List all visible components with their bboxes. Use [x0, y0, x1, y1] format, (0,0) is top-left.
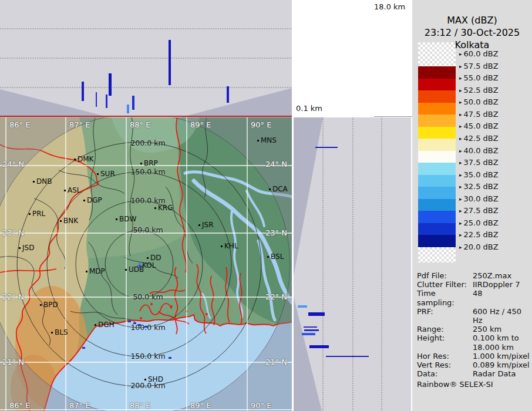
metadata-key: Range:: [417, 325, 473, 333]
metadata-row: Range:250 km: [417, 325, 531, 333]
legend-tick-label: ▸40.0 dBZ: [459, 146, 499, 156]
metadata-key: Clutter Filter:: [417, 280, 473, 289]
metadata-row: Height:0.100 km to 18.000 km: [417, 333, 531, 351]
echo-speck: [133, 322, 136, 324]
metadata-row: Pdf File:250Z.max: [417, 271, 531, 280]
legend-tick-arrow-icon: ▸: [459, 99, 462, 105]
radar-display-window: 18.0 km 0.1 km: [0, 0, 532, 411]
metadata-row: Hor Res:1.000 km/pixel: [417, 352, 531, 361]
legend-tick-arrow-icon: ▸: [459, 148, 462, 154]
legend-tick-arrow-icon: ▸: [459, 123, 462, 129]
legend-swatch-above-max: [418, 42, 456, 66]
metadata-value: 48: [473, 289, 483, 306]
legend-tick-label: ▸22.5 dBZ: [459, 230, 499, 240]
legend-swatch: [418, 90, 456, 103]
metadata-value: 250 km: [473, 325, 501, 333]
legend-tick-label: ▸52.5 dBZ: [459, 86, 499, 95]
legend-tick-label: ▸27.5 dBZ: [459, 206, 499, 215]
right-strip-top-border: [374, 116, 412, 117]
metadata-value: 1.000 km/pixel: [473, 352, 530, 361]
legend-tick-arrow-icon: ▸: [459, 220, 462, 226]
legend-tick-arrow-icon: ▸: [459, 87, 462, 93]
legend-tick-label: ▸42.5 dBZ: [459, 134, 499, 143]
legend-tick-label: ▸20.0 dBZ: [459, 242, 499, 252]
legend-tick-arrow-icon: ▸: [459, 112, 462, 117]
legend-swatch: [418, 79, 456, 91]
metadata-row: Vert Res:0.089 km/pixel: [417, 361, 531, 369]
metadata-value: Radar Data: [473, 369, 516, 378]
legend-tick-arrow-icon: ▸: [459, 196, 462, 202]
echo-speck: [128, 321, 131, 322]
legend-tick-arrow-icon: ▸: [459, 75, 462, 81]
legend-swatch: [418, 199, 456, 211]
legend-tick-arrow-icon: ▸: [459, 208, 462, 214]
legend-tick-label: ▸32.5 dBZ: [459, 182, 499, 191]
metadata-row: Time sampling:48: [417, 289, 531, 306]
top-cross-section: [0, 0, 292, 117]
legend-tick-label: ▸60.0 dBZ: [459, 49, 499, 59]
echo-row-bar: [308, 312, 325, 316]
metadata-key: Pdf File:: [417, 271, 473, 280]
legend-tick-arrow-icon: ▸: [459, 160, 462, 166]
legend-tick-arrow-icon: ▸: [459, 136, 462, 142]
right-cross-section: [294, 117, 411, 411]
legend-tick-label: ▸25.0 dBZ: [459, 218, 499, 228]
echo-row-bar: [315, 147, 338, 148]
height-axis-max-label: 18.0 km: [374, 2, 405, 11]
legend-swatch: [418, 223, 456, 235]
info-panel: MAX (dBZ) 23:12 / 30-Oct-2025 Kolkata ▸6…: [412, 0, 532, 411]
echo-row-bar: [309, 345, 329, 348]
legend-tick-arrow-icon: ▸: [459, 63, 462, 69]
echo-column-bar: [227, 86, 229, 103]
height-axis-min-label: 0.1 km: [296, 104, 322, 113]
legend-swatch: [418, 187, 456, 199]
legend-tick-label: ▸55.0 dBZ: [459, 73, 499, 83]
map-echo-specks: [0, 117, 292, 411]
legend-tick-label: ▸57.5 dBZ: [459, 62, 499, 71]
echo-row-bar: [304, 329, 319, 331]
product-datetime: 23:12 / 30-Oct-2025: [412, 26, 532, 39]
legend-tick-arrow-icon: ▸: [459, 172, 462, 178]
legend-tick-label: ▸45.0 dBZ: [459, 122, 499, 131]
echo-speck: [138, 324, 141, 326]
legend-swatch: [418, 211, 456, 223]
metadata-key: Height:: [417, 333, 473, 351]
metadata-list: Pdf File:250Z.maxClutter Filter:IIRDoppl…: [417, 271, 531, 389]
echo-speck: [82, 347, 85, 349]
product-name: MAX (dBZ): [412, 14, 532, 26]
legend-tick-label: ▸35.0 dBZ: [459, 170, 499, 180]
metadata-value: IIRDoppler 7: [473, 280, 520, 289]
radar-map: 86° E86° E87° E87° E88° E88° E89° E89° E…: [0, 117, 292, 411]
metadata-row: Data:Radar Data: [417, 369, 531, 378]
top-strip-echo-bars: [0, 0, 292, 117]
metadata-row: Clutter Filter:IIRDoppler 7: [417, 280, 531, 289]
legend-tick-label: ▸50.0 dBZ: [459, 97, 499, 107]
metadata-value: 0.089 km/pixel: [473, 361, 530, 369]
echo-column-bar: [132, 96, 134, 110]
legend-swatch: [418, 103, 456, 115]
legend-swatch: [418, 235, 456, 247]
metadata-key: PRF:: [417, 307, 473, 325]
echo-column-bar: [127, 105, 129, 113]
echo-column-bar: [106, 95, 107, 108]
echo-row-bar: [302, 333, 315, 335]
legend-tick-arrow-icon: ▸: [459, 51, 462, 57]
legend-tick-label: ▸37.5 dBZ: [459, 158, 499, 167]
legend-swatch-below-min: [418, 247, 456, 262]
metadata-key: Time sampling:: [417, 289, 473, 306]
legend-tick-arrow-icon: ▸: [459, 232, 462, 238]
legend-swatch: [418, 175, 456, 187]
legend-swatch: [418, 127, 456, 139]
legend-swatch: [418, 66, 456, 79]
metadata-key: Vert Res:: [417, 361, 473, 369]
legend-swatch: [418, 163, 456, 175]
legend-tick-arrow-icon: ▸: [459, 184, 462, 190]
metadata-value: 0.100 km to 18.000 km: [473, 333, 519, 351]
echo-speck: [144, 326, 147, 328]
echo-speck: [169, 357, 171, 359]
metadata-value: 250Z.max: [473, 271, 511, 280]
metadata-value: 600 Hz / 450 Hz: [473, 307, 531, 325]
legend-tick-label: ▸47.5 dBZ: [459, 110, 499, 119]
software-brand-label: Rainbow® SELEX-SI: [417, 380, 531, 389]
echo-row-bar: [304, 326, 317, 328]
